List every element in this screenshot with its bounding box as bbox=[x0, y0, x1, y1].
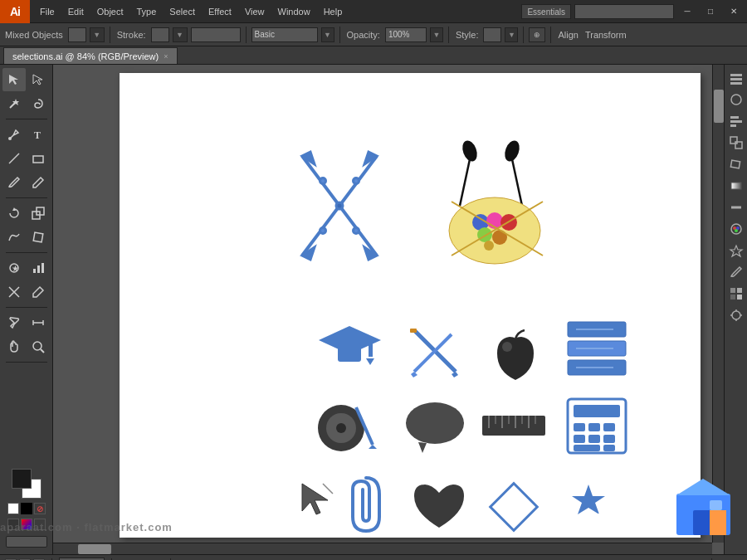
effects-panel-btn[interactable] bbox=[728, 307, 745, 324]
line-tool[interactable] bbox=[2, 147, 26, 170]
no-color[interactable]: ⊘ bbox=[34, 503, 46, 514]
free-transform-tool[interactable] bbox=[27, 226, 50, 249]
pencil-tool[interactable] bbox=[27, 171, 50, 194]
brushes-panel-btn[interactable] bbox=[728, 264, 745, 280]
cd-pencil-icon[interactable] bbox=[315, 395, 381, 457]
close-button[interactable]: ✕ bbox=[724, 0, 744, 23]
screen-mode[interactable] bbox=[6, 536, 47, 548]
swatches-panel-btn[interactable] bbox=[728, 285, 745, 302]
speech-bubble-icon[interactable] bbox=[402, 397, 468, 455]
menu-object[interactable]: Object bbox=[90, 0, 130, 23]
align-label[interactable]: Align bbox=[556, 30, 579, 40]
layers-panel-btn[interactable] bbox=[728, 70, 745, 86]
color-panel-btn[interactable] bbox=[728, 221, 745, 237]
gradient-panel-btn[interactable] bbox=[728, 178, 745, 194]
svg-rect-4 bbox=[33, 156, 43, 163]
lasso-tool[interactable] bbox=[27, 92, 50, 115]
svg-rect-94 bbox=[730, 120, 742, 123]
hand-tool[interactable] bbox=[2, 335, 26, 358]
warp-tools bbox=[2, 226, 50, 249]
crossed-arrows-icon[interactable] bbox=[286, 139, 393, 272]
pencil-ruler-icon[interactable] bbox=[406, 326, 464, 380]
svg-point-27 bbox=[354, 228, 359, 234]
tab-close-icon[interactable]: × bbox=[164, 48, 168, 65]
tab-filename: selections.ai @ 84% (RGB/Preview) bbox=[12, 48, 159, 65]
opacity-value[interactable]: 100% bbox=[385, 27, 427, 42]
horizontal-scrollbar[interactable] bbox=[53, 543, 712, 554]
eraser-tool[interactable] bbox=[27, 280, 50, 304]
vertical-scroll-thumb[interactable] bbox=[714, 90, 724, 123]
file-tab[interactable]: selections.ai @ 84% (RGB/Preview) × bbox=[3, 47, 178, 64]
minimize-button[interactable]: ─ bbox=[677, 0, 697, 23]
color-mode-btn[interactable] bbox=[7, 519, 19, 530]
canvas-area[interactable] bbox=[53, 65, 724, 554]
svg-rect-84 bbox=[603, 445, 615, 451]
menu-effect[interactable]: Effect bbox=[202, 0, 238, 23]
magic-wand-tool[interactable] bbox=[2, 92, 26, 115]
diamond-icon[interactable] bbox=[485, 478, 543, 536]
paint-palette-icon[interactable] bbox=[435, 139, 559, 272]
stroke-style[interactable]: Basic bbox=[251, 27, 318, 42]
transform-panel-btn[interactable] bbox=[728, 156, 745, 173]
pattern-mode-btn[interactable] bbox=[34, 519, 46, 530]
eyedropper-tool[interactable] bbox=[2, 311, 26, 334]
ruler-icon[interactable] bbox=[481, 399, 547, 453]
books-icon[interactable] bbox=[564, 318, 630, 384]
search-input[interactable] bbox=[574, 4, 674, 19]
menu-edit[interactable]: Edit bbox=[61, 0, 90, 23]
appearance-panel-btn[interactable] bbox=[728, 91, 745, 108]
transform-label[interactable]: Transform bbox=[583, 30, 628, 40]
pathfinder-panel-btn[interactable] bbox=[728, 134, 745, 151]
pen-tool[interactable] bbox=[2, 123, 26, 146]
pen-tools: T bbox=[2, 123, 50, 146]
black-color[interactable] bbox=[21, 503, 32, 514]
menu-help[interactable]: Help bbox=[317, 0, 349, 23]
selection-tool[interactable] bbox=[2, 68, 26, 91]
graduation-cap-icon[interactable] bbox=[315, 322, 385, 380]
vertical-scrollbar[interactable] bbox=[712, 65, 724, 543]
workspace-selector[interactable]: Essentials bbox=[521, 4, 571, 19]
foreground-color-swatch[interactable] bbox=[12, 469, 32, 489]
zoom-select[interactable]: 84%100%50% bbox=[59, 558, 105, 561]
globe-icon[interactable]: ⊕ bbox=[529, 27, 545, 42]
scale-tool[interactable] bbox=[27, 202, 50, 225]
sep2 bbox=[246, 27, 247, 43]
menu-window[interactable]: Window bbox=[271, 0, 317, 23]
menu-select[interactable]: Select bbox=[163, 0, 202, 23]
symbols-panel-btn[interactable] bbox=[728, 242, 745, 259]
maximize-button[interactable]: □ bbox=[701, 0, 720, 23]
graph-tool[interactable] bbox=[27, 256, 50, 280]
calculator-icon[interactable] bbox=[564, 395, 630, 457]
svg-marker-105 bbox=[730, 246, 742, 256]
apple-icon[interactable] bbox=[485, 322, 547, 384]
rotate-tool[interactable] bbox=[2, 202, 26, 225]
gradient-mode-btn[interactable] bbox=[21, 519, 32, 530]
tool-separator-1 bbox=[6, 119, 47, 119]
type-tool[interactable]: T bbox=[27, 123, 50, 146]
color-swatches[interactable] bbox=[12, 469, 42, 499]
tool-separator-5 bbox=[6, 362, 47, 363]
direct-selection-tool[interactable] bbox=[27, 68, 50, 91]
stroke-panel-btn[interactable] bbox=[728, 199, 745, 216]
svg-rect-97 bbox=[735, 142, 742, 149]
rect-tool[interactable] bbox=[27, 147, 50, 170]
brush-tool[interactable] bbox=[2, 171, 26, 194]
zoom-tool[interactable] bbox=[27, 335, 50, 358]
menu-file[interactable]: File bbox=[33, 0, 61, 23]
white-color[interactable] bbox=[7, 503, 19, 514]
paperclip-icon[interactable] bbox=[339, 471, 393, 538]
warp-tool[interactable] bbox=[2, 226, 26, 249]
cursor-small-icon[interactable] bbox=[298, 480, 339, 521]
menu-view[interactable]: View bbox=[238, 0, 271, 23]
align-panel-btn[interactable] bbox=[728, 113, 745, 129]
slice-tool[interactable] bbox=[2, 280, 26, 304]
heart-icon[interactable] bbox=[410, 478, 468, 536]
stroke-label: Stroke: bbox=[115, 30, 148, 40]
menu-type[interactable]: Type bbox=[130, 0, 164, 23]
canvas-white[interactable] bbox=[120, 73, 701, 538]
measure-tool[interactable] bbox=[27, 311, 50, 334]
horizontal-scroll-thumb[interactable] bbox=[78, 544, 111, 554]
sheriff-star-icon[interactable] bbox=[564, 478, 630, 540]
adobe-home-button[interactable] bbox=[672, 477, 735, 539]
symbol-tool[interactable]: ★ bbox=[2, 256, 26, 280]
